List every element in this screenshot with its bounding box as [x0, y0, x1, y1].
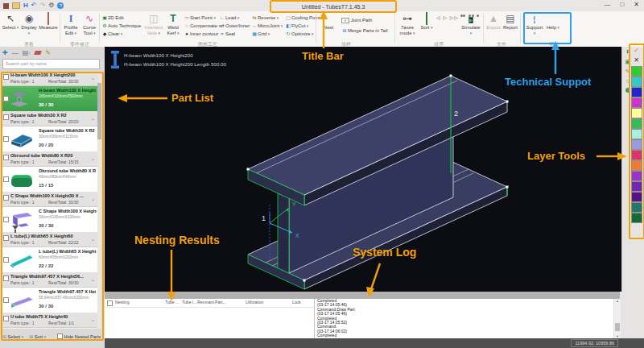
chevron-down-icon[interactable]: ⌄ [91, 115, 95, 121]
settings-gear-icon[interactable]: ⚙ [48, 2, 54, 10]
chevron-down-icon[interactable]: ⌄ [91, 196, 95, 201]
display-button[interactable]: ◉Display [20, 13, 38, 36]
lead-button[interactable]: ∟Lead [219, 14, 239, 22]
part-group-header[interactable]: Square tube Width30 X R2 ⌄ Parts type:: … [2, 112, 97, 126]
part-group-header[interactable]: H-beam Width100 X Height200 ⌄ Parts type… [2, 72, 97, 86]
close-button[interactable]: ✕ [634, 1, 639, 8]
weld-kerf-button[interactable]: T WeldKerf [164, 13, 182, 36]
profile-edit-button[interactable]: I ProfileEdit [61, 13, 80, 36]
tube-profile-tool-icon[interactable]: I [624, 48, 631, 56]
inner-contour-button[interactable]: ●Inner contour [184, 31, 218, 38]
column-nesting[interactable]: Nesting [115, 300, 130, 304]
layer-color-swatch[interactable] [631, 108, 642, 118]
part-item-triangle[interactable]: Triangle Width97.457 X Hei 56.64mmX57.46… [2, 288, 97, 313]
flycut-button[interactable]: ◧FlyCut [285, 23, 308, 30]
layer-color-swatch[interactable] [631, 181, 642, 192]
chevron-down-icon[interactable]: ⌄ [91, 317, 95, 322]
select-menu-button[interactable]: ⊞ Select ▾ [2, 334, 23, 339]
part-group-header[interactable]: C Shape Width100 X Height30 X ... ⌄ Part… [2, 193, 97, 207]
draw-pen-tool-icon[interactable]: ✎ [624, 68, 631, 75]
support-button[interactable]: iSupport [526, 13, 543, 36]
remove-part-icon[interactable]: — [12, 49, 19, 56]
playback-controls[interactable]: ◁ ▷ ▷▷ [436, 14, 460, 21]
column-utilization[interactable]: Utilization [246, 300, 264, 304]
circle-tool-icon[interactable]: ○ [624, 77, 631, 85]
seal-button[interactable]: ≈Seal [219, 31, 235, 38]
layer-color-swatch[interactable] [631, 118, 642, 129]
part-item-hbeam[interactable]: H-beam Width100 X Height 200mmX100mmX500… [2, 86, 97, 112]
chevron-down-icon[interactable]: ⌄ [91, 155, 95, 161]
column-tube[interactable]: Tube ... [165, 300, 179, 304]
layer-color-swatch[interactable] [631, 213, 642, 223]
add-part-icon[interactable]: ✚ [2, 49, 8, 56]
chevron-down-icon[interactable]: ⌄ [91, 276, 95, 282]
group-checkbox[interactable] [3, 235, 9, 241]
measure-button[interactable]: Measure [38, 13, 59, 31]
part-list-scrollbar[interactable] [97, 72, 101, 329]
part-item-square-tube[interactable]: Square tube Width30 X R2 30mmX30mmX113mm… [2, 126, 97, 152]
layer-delete-icon[interactable]: ✕ [631, 56, 642, 64]
layer-color-swatch[interactable] [631, 192, 642, 202]
joint-path-button[interactable]: ✓ Joint Path [341, 17, 372, 24]
part-group-header[interactable]: U tube Width75 X Height40 ⌄ Parts type::… [2, 313, 97, 328]
simulate-button[interactable]: ▶Simulate [460, 13, 481, 36]
layer-color-swatch[interactable] [631, 171, 642, 181]
report-button[interactable]: ▤Report [502, 13, 518, 31]
grid-button[interactable]: ▦Grid [251, 31, 270, 38]
part-group-header[interactable]: L tube(L) Width65 X Height60 ⌄ Parts typ… [2, 233, 97, 247]
part-item-obround-tube[interactable]: Obround tube Width80 X R 40mmX80mmX40mm … [2, 167, 97, 193]
hide-nested-checkbox[interactable]: Hide Nested Parts [57, 334, 101, 339]
save-icon[interactable]: H [23, 2, 28, 10]
layer-box-tool-icon[interactable]: ▣ [624, 58, 631, 65]
part-group-header[interactable]: Obround tube Width80 X R20 ⌄ Parts type:… [2, 152, 97, 167]
clear-button[interactable]: ◆Clear [101, 31, 122, 38]
layer-color-swatch[interactable] [631, 129, 642, 139]
redo-icon[interactable]: ↷ [39, 2, 45, 10]
2d-edit-button[interactable]: ▣2D Edit [101, 14, 124, 22]
layer-color-swatch[interactable] [631, 87, 642, 97]
system-log-panel[interactable]: Completed (03-17 14:05:46) Command:Draw … [315, 299, 613, 338]
layer-color-swatch[interactable] [631, 77, 642, 87]
compensate-button[interactable]: ◌Compensate [184, 23, 221, 30]
part-item-l-tube[interactable]: L tube(L) Width65 X Height 60mmX65mmX200… [2, 247, 97, 273]
layer-confirm-icon[interactable]: ✓ [631, 46, 642, 55]
curve-tool-button[interactable]: ∿ CurveTool [80, 13, 98, 36]
sort-button[interactable]: Sort [419, 13, 435, 31]
search-input[interactable]: Search part by name [2, 59, 100, 69]
7axes-mode-button[interactable]: ⊶ 7axesmode [397, 13, 418, 36]
undo-icon[interactable]: ↶ [31, 2, 37, 10]
layer-color-swatch[interactable] [631, 97, 642, 108]
group-checkbox[interactable] [3, 316, 9, 321]
column-remnant[interactable]: Remnant [197, 300, 214, 304]
select-all-checkbox[interactable] [107, 300, 113, 306]
merge-parts-button[interactable]: ⊞Merge Parts in Tail [341, 27, 388, 35]
reverse-button[interactable]: ⇆Reverse [251, 14, 279, 22]
chevron-down-icon[interactable]: ⌄ [91, 75, 95, 81]
playback-icons[interactable]: ◁ ▷ ▷▷ [436, 15, 459, 20]
help-button[interactable]: Help [545, 13, 561, 31]
group-checkbox[interactable] [3, 114, 9, 120]
minimize-button[interactable]: — [604, 1, 610, 8]
layer-color-swatch[interactable] [631, 160, 642, 171]
column-lock[interactable]: Lock [292, 300, 301, 304]
layer-color-swatch[interactable] [631, 66, 642, 77]
auto-technique-button[interactable]: ⚙Auto Technique [101, 23, 141, 30]
select-button[interactable]: ↖Select [2, 13, 19, 31]
outer-inner-button[interactable]: ⇄Outer/Inner [219, 23, 250, 30]
sort-menu-button[interactable]: ⊞ Sort ▾ [29, 334, 46, 339]
group-checkbox[interactable] [3, 195, 9, 201]
layer-color-swatch[interactable] [631, 202, 642, 213]
copy-part-icon[interactable]: ▤↑ [23, 49, 31, 56]
eraser-icon[interactable] [34, 51, 42, 55]
export-button[interactable]: ▲Export [485, 13, 502, 31]
group-checkbox[interactable] [3, 155, 9, 160]
brush-tool-icon[interactable] [624, 87, 631, 94]
chevron-down-icon[interactable]: ⌄ [91, 236, 95, 242]
open-file-icon[interactable] [12, 2, 20, 9]
log-scrollbar[interactable]: ▲▼ [613, 299, 621, 338]
maximize-button[interactable]: □ [620, 1, 624, 8]
edit-part-icon[interactable]: ✎ [45, 49, 51, 56]
microjoint-button[interactable]: ↔MicroJoint [251, 23, 283, 30]
optimize-button[interactable]: ↻Optimize [285, 31, 314, 38]
column-part[interactable]: Part... [215, 300, 226, 304]
